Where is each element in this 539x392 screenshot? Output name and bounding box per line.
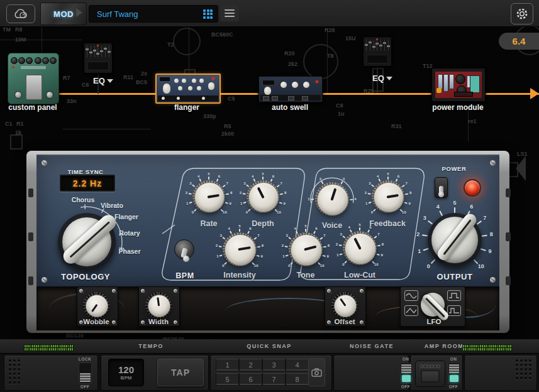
amp-room-switch[interactable] xyxy=(448,362,460,384)
rate-knob[interactable]: 012345678910 xyxy=(184,172,233,221)
pedal-latch xyxy=(506,188,511,197)
knob-tick-value: 2 xyxy=(216,244,218,248)
eq-dropdown-1[interactable]: EQ xyxy=(93,76,113,85)
feedback-knob[interactable]: 012345678910 xyxy=(364,172,413,221)
quick-snap-slot-4[interactable]: 4 xyxy=(286,359,309,371)
knob-tick-value: 7 xyxy=(226,182,228,185)
circuit-speaker-cone-decoration xyxy=(516,156,526,181)
depth-knob[interactable]: 012345678910 xyxy=(238,172,287,221)
main-output-knob[interactable]: 012345678910 xyxy=(413,198,497,282)
chain-device-eq-2[interactable] xyxy=(363,36,392,67)
chain-device-flanger-selected[interactable] xyxy=(155,74,221,104)
quick-snap-slot-6[interactable]: 6 xyxy=(239,373,262,386)
topology-option-phaser[interactable]: Phaser xyxy=(118,248,140,255)
circuit-background-label: 10M xyxy=(15,36,26,43)
knob-tick-value: 2 xyxy=(320,177,321,181)
knob-tick-mark xyxy=(377,244,381,246)
quick-snap-slot-1[interactable]: 1 xyxy=(216,359,239,371)
knob-tick-value: 2 xyxy=(240,191,242,195)
output-level-value: 6.4 xyxy=(513,36,526,46)
knob-tick-value: 9 xyxy=(284,202,286,205)
settings-button[interactable] xyxy=(511,3,533,24)
lowcut-knob[interactable]: 012345678910 xyxy=(335,223,385,273)
knob-tick-value: 1 xyxy=(240,202,242,205)
tone-knob[interactable]: 012345678910 xyxy=(281,224,331,275)
input-drag-handle[interactable] xyxy=(9,359,20,384)
tap-tempo-button[interactable]: TAP xyxy=(157,359,204,386)
pedal-latch xyxy=(28,276,33,285)
knob-tick-value: 4 xyxy=(348,226,350,229)
lock-label: LOCK xyxy=(79,357,91,361)
square-wave-icon[interactable] xyxy=(447,290,461,301)
knob-tick-value: 1 xyxy=(308,197,309,201)
quick-snap-capture-button[interactable] xyxy=(308,358,325,386)
knob-tick-mark xyxy=(248,209,251,212)
pulse-wave-icon[interactable] xyxy=(447,305,461,316)
sine-wave-icon[interactable] xyxy=(404,290,418,301)
circuit-background-label: C6 xyxy=(82,82,89,88)
circuit-transistor-decoration xyxy=(173,28,201,55)
bpm-display[interactable]: 120 BPM xyxy=(108,359,144,386)
topology-option-rotary[interactable]: Rotary xyxy=(119,229,140,237)
offset-knob[interactable] xyxy=(331,291,358,319)
circuit-background-label: 330p xyxy=(203,113,216,119)
noise-gate-switch[interactable] xyxy=(400,362,413,384)
quick-snap-slot-8[interactable]: 8 xyxy=(286,373,309,386)
mod-label: MOD xyxy=(53,9,74,19)
menu-button[interactable] xyxy=(220,5,239,21)
knob-tick-mark xyxy=(189,193,192,194)
triangle-wave-icon[interactable] xyxy=(404,305,418,316)
pedal-latch xyxy=(28,232,33,241)
knob-tick-value: 10 xyxy=(320,264,325,268)
amp-room-cabinet-icon[interactable] xyxy=(415,361,445,387)
amp-room-on-label: ON xyxy=(450,357,457,361)
width-knob[interactable] xyxy=(145,291,172,319)
power-toggle[interactable] xyxy=(435,177,448,198)
knob-tick-mark xyxy=(192,184,195,187)
wobble-knob[interactable] xyxy=(82,291,110,319)
chain-device-auto-swell[interactable] xyxy=(258,76,323,102)
quick-snap-slot-7[interactable]: 7 xyxy=(262,373,286,386)
topology-option-chorus[interactable]: Chorus xyxy=(72,196,95,204)
knob-tick-mark xyxy=(225,202,228,204)
knob-tick-value: 1 xyxy=(282,254,284,258)
category-thumbnail-mod[interactable]: MOD xyxy=(40,3,87,25)
knob-tick-mark xyxy=(431,259,435,263)
quick-snap-slot-3[interactable]: 3 xyxy=(262,359,286,371)
voice-knob[interactable]: 1234 xyxy=(307,174,357,224)
knob-tick-value: 9 xyxy=(230,202,231,205)
circuit-background-label: 1k xyxy=(15,129,21,136)
output-level-badge[interactable]: 6.4 xyxy=(499,33,539,50)
quick-snap-slot-2[interactable]: 2 xyxy=(239,359,262,371)
knob-tick-mark xyxy=(189,202,192,204)
topology-option-flanger[interactable]: Flanger xyxy=(114,213,138,220)
knob-tick-mark xyxy=(243,202,247,204)
intensity-knob[interactable]: 012345678910 xyxy=(214,224,265,275)
topology-option-vibrato[interactable]: Vibrato xyxy=(101,202,123,209)
chain-device-custom-panel[interactable] xyxy=(8,53,59,104)
quick-snap-slot-5[interactable]: 5 xyxy=(216,373,239,386)
circuit-background-label: 33n xyxy=(67,98,77,104)
preset-name: Surf Twang xyxy=(97,9,203,19)
knob-tick-mark xyxy=(339,244,342,246)
knob-tick-value: 7 xyxy=(405,182,407,185)
output-drag-handle[interactable] xyxy=(516,359,531,379)
preset-selector[interactable]: Surf Twang xyxy=(89,5,218,23)
knob-tick-mark xyxy=(350,199,353,200)
chain-device-power-module[interactable] xyxy=(431,68,486,102)
knob-tick-value: 3 xyxy=(423,215,426,221)
cloud-sync-button[interactable] xyxy=(6,4,35,23)
knob-tick-value: 1 xyxy=(186,202,188,205)
chain-device-eq-1[interactable] xyxy=(84,43,113,74)
knob-tick-value: 9 xyxy=(327,254,329,258)
panel-screw xyxy=(490,160,496,166)
knob-tick-value: 7 xyxy=(280,182,282,185)
eq-dropdown-2[interactable]: EQ xyxy=(372,74,392,83)
knob-tick-mark xyxy=(482,234,487,236)
knob-tick-mark xyxy=(359,227,360,231)
app-window: TMR810MBC560CT2R2615UT8R202k2R7C633nR112… xyxy=(0,0,539,392)
time-sync-display[interactable]: 2.2 Hz xyxy=(60,175,115,192)
preset-grid-icon[interactable] xyxy=(203,9,213,19)
input-lock-switch[interactable] xyxy=(79,362,92,384)
knob-tick-value: 9 xyxy=(381,253,383,257)
